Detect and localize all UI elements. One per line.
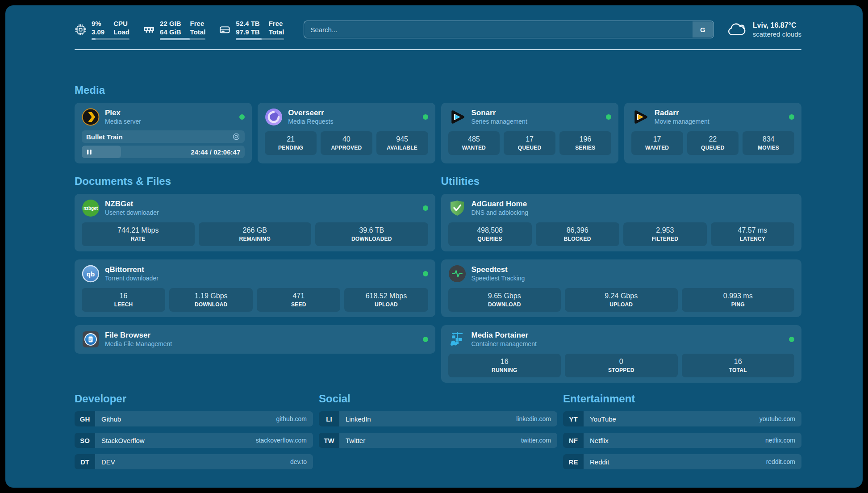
radarr-icon [631,108,649,126]
stat-running: 16 RUNNING [448,354,561,377]
portainer-icon [448,330,466,348]
card-adguard: AdGuard Home DNS and adblocking 498,508 … [441,194,802,251]
bookmark-stackoverflow[interactable]: SO StackOverflow stackoverflow.com [75,433,313,448]
adguard-subtitle: DNS and adblocking [472,209,529,217]
portainer-subtitle: Container management [472,340,537,348]
documents-column: Documents & Files nzbget NZBGet Usenet d… [75,175,435,354]
pause-icon [86,149,92,155]
resource-cpu: 9% 3.09 CPU Load [75,19,129,40]
svg-text:qb: qb [87,270,95,278]
stat-remaining: 266 GB REMAINING [199,222,312,246]
qbittorrent-subtitle: Torrent downloader [105,275,159,282]
view-session-icon [232,133,240,141]
stat-downloaded: 39.6 TB DOWNLOADED [315,222,428,246]
card-radarr: Radarr Movie management 17 WANTED 22 QUE… [624,103,801,163]
now-playing-title: Bullet Train [86,133,232,141]
sonarr-title: Sonarr [472,109,527,117]
filebrowser-status-dot [423,337,428,342]
stat-latency: 47.57 ms LATENCY [711,222,794,246]
disk-free-value: 52.4 TB [236,19,259,28]
card-plex: Plex Media server Bullet Train 24:44 / 0… [75,103,252,163]
sonarr-icon [448,108,466,126]
stat-available: 945 AVAILABLE [376,131,428,155]
overseerr-status-dot [423,114,428,120]
radarr-title: Radarr [655,109,709,117]
stat-wanted: 485 WANTED [448,131,500,155]
stat-rate: 744.21 Mbps RATE [82,222,195,246]
overseerr-title: Overseerr [288,109,333,117]
memory-free-value: 22 GiB [160,19,181,28]
bookmark-github[interactable]: GH Github github.com [75,411,313,426]
cpu-icon [75,24,87,36]
adguard-title: AdGuard Home [472,200,529,209]
speedtest-app-link[interactable]: Speedtest Speedtest Tracking [448,265,795,283]
radarr-app-link[interactable]: Radarr Movie management [631,108,794,126]
disk-total-label: Total [269,28,284,36]
cpu-value-load: 3.09 [92,28,104,36]
memory-progress-bar [160,38,205,40]
sonarr-app-link[interactable]: Sonarr Series management [448,108,611,126]
search-input[interactable] [304,21,714,38]
plex-app-link[interactable]: Plex Media server [82,108,245,126]
bookmark-linkedin[interactable]: LI LinkedIn linkedin.com [319,411,557,426]
top-bar: 9% 3.09 CPU Load 22 GiB [75,5,801,42]
nzbget-app-link[interactable]: nzbget NZBGet Usenet downloader [82,199,428,217]
qbittorrent-title: qBittorrent [105,265,159,274]
memory-total-value: 64 GiB [160,28,181,36]
cpu-label2: Load [113,28,129,36]
card-portainer: Media Portainer Container management 16 … [441,325,802,383]
stat-download: 9.65 Gbps DOWNLOAD [448,288,561,312]
portainer-status-dot [789,337,794,342]
bookmark-dev[interactable]: DT DEV dev.to [75,454,313,469]
adguard-app-link[interactable]: AdGuard Home DNS and adblocking [448,199,795,217]
cpu-value-percent: 9% [92,19,104,28]
bookmark-youtube[interactable]: YT YouTube youtube.com [563,411,801,426]
stat-approved: 40 APPROVED [321,131,372,155]
weather-widget: Lviv, 16.87°C scattered clouds [726,21,801,38]
plex-title: Plex [105,109,141,117]
section-title-social: Social [319,393,557,405]
cpu-progress-bar [92,38,129,40]
stat-download: 1.19 Gbps DOWNLOAD [169,288,253,312]
adguard-icon [448,199,466,217]
weather-condition: scattered clouds [753,30,801,38]
resource-disk: 52.4 TB 97.9 TB Free Total [219,19,284,40]
stat-movies: 834 MOVIES [743,131,794,155]
bookmark-twitter[interactable]: TW Twitter twitter.com [319,433,557,448]
qbittorrent-status-dot [423,271,428,276]
card-speedtest: Speedtest Speedtest Tracking 9.65 Gbps D… [441,259,802,317]
disk-total-value: 97.9 TB [236,28,259,36]
qbittorrent-app-link[interactable]: qb qBittorrent Torrent downloader [82,265,428,283]
stat-seed: 471 SEED [257,288,340,312]
stat-total: 16 TOTAL [682,354,795,377]
stat-stopped: 0 STOPPED [565,354,678,377]
nzbget-status-dot [423,205,428,211]
bookmarks-entertainment: Entertainment YT YouTube youtube.com NF … [563,393,801,469]
dashboard: 9% 3.09 CPU Load 22 GiB [5,5,863,488]
portainer-title: Media Portainer [472,331,537,340]
bookmarks-developer: Developer GH Github github.com SO StackO… [75,393,313,469]
weather-location-temp: Lviv, 16.87°C [753,21,801,30]
speedtest-subtitle: Speedtest Tracking [472,275,525,282]
disk-progress-bar [236,38,284,40]
nzbget-title: NZBGet [105,200,159,209]
stat-pending: 21 PENDING [265,131,317,155]
section-title-utilities: Utilities [441,175,802,188]
cloud-icon [726,22,747,37]
overseerr-app-link[interactable]: Overseerr Media Requests [265,108,428,126]
bookmark-reddit[interactable]: RE Reddit reddit.com [563,454,801,469]
card-overseerr: Overseerr Media Requests 21 PENDING 40 A… [258,103,435,163]
overseerr-icon [265,108,283,126]
card-sonarr: Sonarr Series management 485 WANTED 17 Q… [441,103,618,163]
utilities-column: Utilities AdGuard Home DNS and adb [441,175,802,383]
header-divider [75,49,801,50]
memory-total-label: Total [190,28,206,36]
portainer-app-link[interactable]: Media Portainer Container management [448,330,795,348]
filebrowser-icon [82,330,100,348]
bookmark-netflix[interactable]: NF Netflix netflix.com [563,433,801,448]
nzbget-subtitle: Usenet downloader [105,209,159,217]
search-provider-button[interactable]: G [693,21,713,38]
nzbget-icon: nzbget [82,199,100,217]
plex-icon [82,108,100,126]
filebrowser-app-link[interactable]: File Browser Media File Management [82,330,428,348]
